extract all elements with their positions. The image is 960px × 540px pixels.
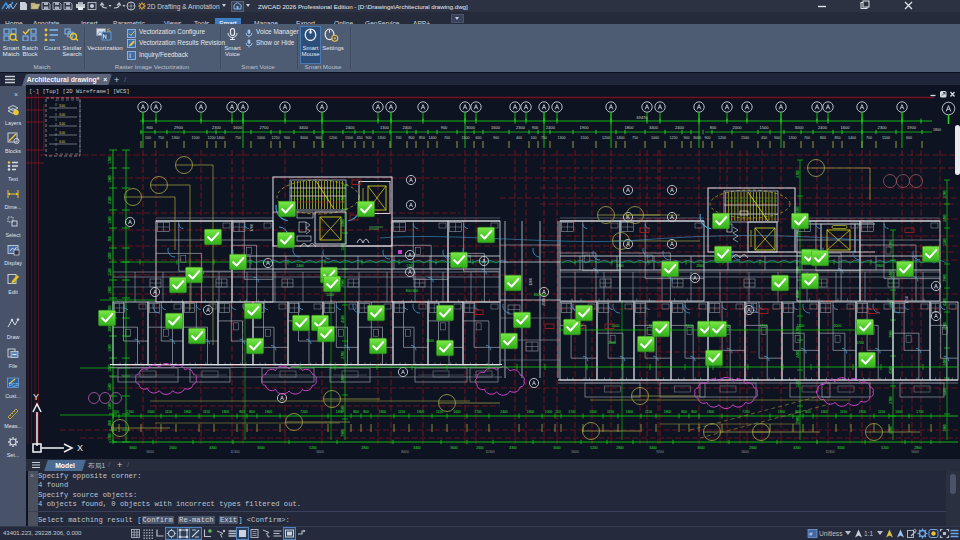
svg-text:400: 400	[516, 136, 522, 140]
svg-text:3000: 3000	[837, 446, 845, 450]
svg-text:2400: 2400	[796, 206, 800, 214]
svg-text:1000: 1000	[545, 410, 553, 414]
svg-text:1200: 1200	[329, 136, 337, 140]
svg-text:1800: 1800	[625, 125, 635, 130]
svg-text:1750: 1750	[905, 296, 909, 304]
svg-text:7200: 7200	[300, 410, 308, 414]
svg-text:4300: 4300	[509, 446, 517, 450]
svg-text:1700: 1700	[250, 224, 254, 232]
svg-text:1250: 1250	[670, 136, 678, 140]
svg-text:2600: 2600	[476, 446, 484, 450]
svg-text:7900: 7900	[889, 330, 893, 338]
svg-text:1150: 1150	[165, 410, 172, 414]
svg-text:850: 850	[835, 136, 841, 140]
svg-text:1500: 1500	[943, 238, 947, 246]
svg-text:1500: 1500	[796, 380, 800, 388]
svg-text:1500: 1500	[462, 136, 470, 140]
svg-text:1600: 1600	[147, 410, 155, 414]
svg-text:5600: 5600	[741, 450, 749, 454]
svg-text:1300: 1300	[558, 136, 566, 140]
svg-text:1700: 1700	[760, 324, 768, 328]
svg-text:100: 100	[113, 410, 119, 414]
svg-text:9200: 9200	[656, 450, 664, 454]
svg-text:3000: 3000	[466, 125, 476, 130]
svg-text:900: 900	[774, 136, 780, 140]
svg-text:900: 900	[684, 136, 690, 140]
svg-text:1800: 1800	[265, 410, 273, 414]
svg-text:1900: 1900	[580, 125, 590, 130]
svg-text:1500: 1500	[345, 136, 353, 140]
svg-text:2400: 2400	[546, 125, 556, 130]
svg-text:3000: 3000	[300, 136, 308, 140]
svg-text:1700: 1700	[568, 410, 576, 414]
svg-text:1800: 1800	[664, 410, 672, 414]
svg-text:900: 900	[284, 136, 290, 140]
svg-text:800: 800	[108, 420, 112, 426]
svg-text:1150: 1150	[203, 410, 210, 414]
svg-text:1800: 1800	[336, 410, 344, 414]
svg-text:5600: 5600	[316, 450, 324, 454]
svg-text:750: 750	[632, 136, 638, 140]
svg-text:1800: 1800	[876, 264, 884, 268]
svg-text:1400: 1400	[617, 136, 625, 140]
svg-text:1700: 1700	[108, 433, 112, 441]
svg-text:1600: 1600	[491, 125, 501, 130]
svg-text:1000: 1000	[257, 136, 265, 140]
svg-text:750: 750	[235, 136, 241, 140]
svg-text:2400: 2400	[943, 214, 947, 222]
svg-text:2400: 2400	[500, 410, 508, 414]
svg-text:700: 700	[396, 136, 402, 140]
svg-text:1150: 1150	[840, 410, 847, 414]
svg-text:1300: 1300	[108, 402, 112, 410]
svg-text:100: 100	[531, 136, 537, 140]
svg-text:4500: 4500	[341, 315, 345, 323]
svg-text:2300: 2300	[212, 125, 222, 130]
svg-text:2700: 2700	[943, 190, 947, 198]
svg-text:2400: 2400	[341, 375, 345, 383]
svg-text:1600: 1600	[453, 410, 461, 414]
svg-text:1700: 1700	[108, 156, 112, 164]
svg-text:2400: 2400	[943, 358, 947, 366]
svg-text:5600: 5600	[146, 450, 154, 454]
svg-text:3400: 3400	[649, 446, 657, 450]
svg-text:100: 100	[555, 410, 561, 414]
svg-text:2100: 2100	[542, 298, 546, 306]
svg-text:900: 900	[493, 136, 499, 140]
svg-text:1800: 1800	[859, 410, 867, 414]
svg-text:#: #	[809, 531, 813, 538]
svg-text:1400: 1400	[429, 136, 437, 140]
svg-text:3000: 3000	[257, 446, 265, 450]
svg-text:450: 450	[761, 136, 767, 140]
svg-text:11300: 11300	[825, 450, 834, 454]
svg-text:1200: 1200	[208, 136, 216, 140]
svg-text:1500: 1500	[760, 125, 770, 130]
svg-text:7900: 7900	[943, 424, 947, 432]
svg-text:800 600: 800 600	[534, 293, 546, 297]
svg-text:2800: 2800	[361, 446, 369, 450]
svg-text:450: 450	[357, 136, 363, 140]
svg-text:1150: 1150	[645, 410, 652, 414]
svg-text:2400: 2400	[403, 125, 413, 130]
svg-text:1800: 1800	[426, 339, 434, 343]
svg-text:3000: 3000	[693, 136, 701, 140]
svg-text:1200: 1200	[602, 136, 610, 140]
svg-text:1700: 1700	[474, 410, 482, 414]
svg-text:800: 800	[239, 410, 245, 414]
svg-text:900: 900	[532, 125, 539, 130]
svg-text:1150: 1150	[436, 410, 443, 414]
svg-text:1500: 1500	[943, 388, 947, 396]
svg-text:3.00: 3.00	[59, 113, 65, 117]
svg-text:3400: 3400	[413, 446, 421, 450]
svg-text:1300: 1300	[529, 278, 533, 286]
svg-text:900: 900	[441, 125, 448, 130]
svg-text:1800: 1800	[108, 252, 112, 260]
svg-text:1700: 1700	[916, 410, 924, 414]
svg-text:1600: 1600	[895, 410, 903, 414]
svg-text:900: 900	[146, 125, 153, 130]
svg-text:700: 700	[804, 136, 810, 140]
svg-text:1700: 1700	[126, 410, 134, 414]
svg-text:3000: 3000	[553, 446, 561, 450]
svg-text:750: 750	[158, 136, 164, 140]
svg-text:3400: 3400	[649, 125, 659, 130]
svg-text:900: 900	[705, 136, 711, 140]
